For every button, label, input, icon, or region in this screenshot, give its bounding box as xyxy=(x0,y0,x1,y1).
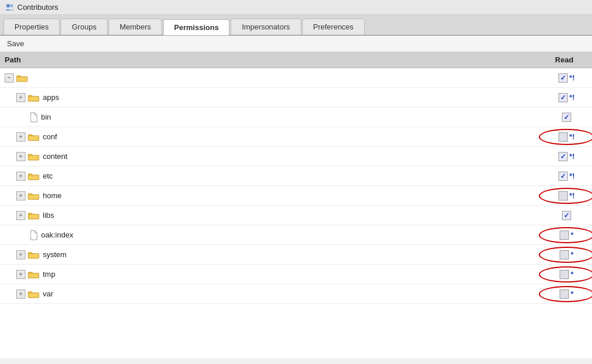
row-label-tmp: tmp xyxy=(43,270,543,278)
read-checkbox-oakindex[interactable] xyxy=(560,231,569,240)
folder-icon-conf xyxy=(28,132,39,142)
read-cell-conf: *! xyxy=(543,132,590,142)
tree-row-etc: + etc *! xyxy=(0,166,592,186)
collapse-btn-root[interactable]: − xyxy=(5,73,14,83)
star-badge-var: * xyxy=(571,289,574,298)
folder-icon-etc xyxy=(28,172,39,181)
read-checkbox-tmp[interactable] xyxy=(560,270,569,279)
read-checkbox-bin[interactable] xyxy=(562,113,571,122)
tree-row-apps: + apps *! xyxy=(0,88,592,107)
read-cell-var: * xyxy=(543,289,590,299)
tab-preferences[interactable]: Preferences xyxy=(302,18,365,35)
read-cell-system: * xyxy=(543,250,590,259)
tab-groups[interactable]: Groups xyxy=(61,18,108,35)
svg-point-0 xyxy=(6,4,10,8)
read-cell-apps: *! xyxy=(543,93,590,102)
expand-btn-content[interactable]: + xyxy=(16,152,25,161)
row-content-oakindex: oak:index xyxy=(2,230,543,240)
tree-row-bin: bin xyxy=(0,107,592,127)
read-checkbox-content[interactable] xyxy=(558,152,568,161)
row-content-bin: bin xyxy=(2,112,543,122)
file-icon-oakindex xyxy=(29,230,38,240)
row-label-conf: conf xyxy=(43,132,543,141)
expand-btn-var[interactable]: + xyxy=(16,289,25,299)
expand-btn-libs[interactable]: + xyxy=(16,211,25,220)
expand-btn-apps[interactable]: + xyxy=(16,93,25,102)
tree-row-content: + content *! xyxy=(0,147,592,166)
folder-icon-home xyxy=(28,191,39,200)
read-cell-etc: *! xyxy=(543,172,590,181)
star-badge-oakindex: * xyxy=(571,231,574,239)
row-content-var: + var xyxy=(2,289,543,299)
read-cell-tmp: * xyxy=(543,270,590,279)
expand-btn-system[interactable]: + xyxy=(16,250,25,259)
tabs-bar: Properties Groups Members Permissions Im… xyxy=(0,15,592,36)
tree-row-libs: + libs xyxy=(0,206,592,225)
read-cell-content: *! xyxy=(543,152,590,161)
star-badge-system: * xyxy=(571,250,574,259)
tree-container: − *! + apps *! bin xyxy=(0,68,592,358)
read-checkbox-home[interactable] xyxy=(558,191,568,200)
tab-permissions[interactable]: Permissions xyxy=(163,19,230,35)
read-cell-root: *! xyxy=(543,73,590,83)
row-content-apps: + apps xyxy=(2,93,543,102)
tree-row-oakindex: oak:index * xyxy=(0,225,592,245)
read-checkbox-system[interactable] xyxy=(560,250,569,259)
tree-row-root: − *! xyxy=(0,68,592,88)
contributors-icon xyxy=(5,3,14,12)
row-label-etc: etc xyxy=(43,172,543,180)
read-cell-libs xyxy=(543,211,590,220)
row-label-bin: bin xyxy=(41,113,543,121)
col-read-header: Read xyxy=(541,55,587,64)
tree-row-conf: + conf *! xyxy=(0,127,592,147)
read-cell-home: *! xyxy=(543,191,590,200)
expand-btn-home[interactable]: + xyxy=(16,191,25,200)
row-label-home: home xyxy=(43,191,543,200)
read-checkbox-var[interactable] xyxy=(560,289,569,299)
folder-icon-libs xyxy=(28,211,39,220)
read-checkbox-libs[interactable] xyxy=(562,211,571,220)
expand-btn-etc[interactable]: + xyxy=(16,172,25,181)
row-label-apps: apps xyxy=(43,93,543,102)
folder-icon-content xyxy=(28,152,39,161)
folder-icon-system xyxy=(28,250,39,259)
excl-badge-apps: *! xyxy=(569,93,575,102)
tab-impersonators[interactable]: Impersonators xyxy=(231,18,301,35)
row-content-root: − xyxy=(2,73,543,83)
save-button[interactable]: Save xyxy=(5,38,27,49)
table-header: Path Read xyxy=(0,52,592,68)
row-content-tmp: + tmp xyxy=(2,270,543,279)
row-content-etc: + etc xyxy=(2,172,543,181)
file-icon-bin xyxy=(29,112,38,122)
row-label-content: content xyxy=(43,152,543,161)
row-content-content: + content xyxy=(2,152,543,161)
tab-properties[interactable]: Properties xyxy=(3,18,60,35)
read-cell-bin xyxy=(543,113,590,122)
folder-icon-root xyxy=(16,73,28,83)
excl-badge-conf: *! xyxy=(569,132,575,141)
expand-btn-tmp[interactable]: + xyxy=(16,270,25,279)
title-bar: Contributors xyxy=(0,0,592,15)
tree-row-system: + system * xyxy=(0,245,592,265)
svg-point-1 xyxy=(10,4,13,7)
tree-row-home: + home *! xyxy=(0,186,592,206)
col-path-header: Path xyxy=(5,55,541,64)
excl-badge-root: *! xyxy=(569,73,575,82)
star-badge-tmp: * xyxy=(571,270,574,278)
folder-icon-tmp xyxy=(28,270,39,279)
expand-btn-conf[interactable]: + xyxy=(16,132,25,142)
read-checkbox-etc[interactable] xyxy=(558,172,568,181)
row-content-libs: + libs xyxy=(2,211,543,220)
folder-icon-var xyxy=(28,289,39,299)
row-content-home: + home xyxy=(2,191,543,200)
row-content-conf: + conf xyxy=(2,132,543,142)
row-label-libs: libs xyxy=(43,211,543,220)
excl-badge-content: *! xyxy=(569,152,575,161)
read-checkbox-root[interactable] xyxy=(558,73,568,83)
tab-members[interactable]: Members xyxy=(109,18,162,35)
row-label-oakindex: oak:index xyxy=(41,231,543,239)
read-checkbox-conf[interactable] xyxy=(558,132,568,142)
row-content-system: + system xyxy=(2,250,543,259)
row-label-system: system xyxy=(43,250,543,259)
read-checkbox-apps[interactable] xyxy=(558,93,568,102)
